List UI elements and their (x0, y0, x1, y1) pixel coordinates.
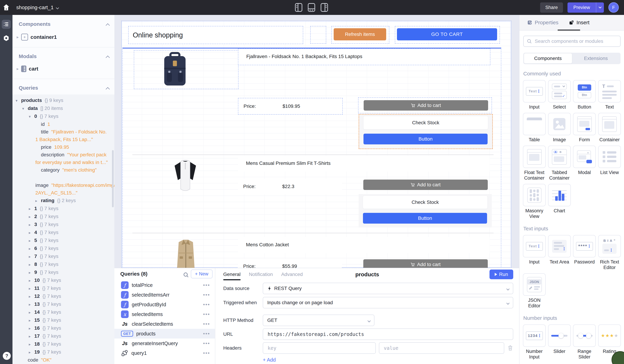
query-menu-icon[interactable]: ••• (203, 350, 210, 356)
tree-caret-icon[interactable]: ▸ (29, 293, 34, 300)
tab-advanced[interactable]: Advanced (281, 272, 303, 277)
http-method-select[interactable]: GET (263, 314, 374, 326)
query-menu-icon[interactable]: ••• (203, 331, 210, 337)
toggle-bottom-panel-icon[interactable] (308, 2, 315, 12)
query-search-icon[interactable] (183, 272, 189, 278)
product-image-frame[interactable] (134, 50, 238, 89)
refresh-items-button[interactable]: Refresh items (334, 28, 386, 40)
component-card[interactable]: TextI Input (523, 80, 545, 110)
tree-caret-icon[interactable]: ▾ (16, 97, 21, 104)
add-to-cart-frame[interactable]: Add to cart (358, 97, 492, 113)
product-title-widget[interactable]: Fjallraven - Foldsack No. 1 Backpack, Fi… (238, 49, 490, 65)
tree-caret-icon[interactable]: ▸ (29, 269, 34, 276)
component-card[interactable]: ****I Password (573, 235, 595, 270)
component-card[interactable]: TextI Input (523, 235, 545, 270)
toggle-right-panel-icon[interactable] (320, 2, 328, 12)
json-tree-row[interactable]: ▸16{} 7 keys (12, 324, 114, 332)
json-tree-row[interactable]: ▸17{} 7 keys (12, 332, 114, 340)
stock-widget-group-selected[interactable]: Check Stock Button (359, 114, 493, 149)
collapse-queries-icon[interactable] (106, 86, 109, 91)
sidebar-item-container1[interactable]: ▸ + container1 (17, 34, 57, 41)
query-menu-icon[interactable]: ••• (203, 340, 210, 346)
components-section-header[interactable]: Components (19, 21, 51, 27)
json-tree-row[interactable]: ▸2{} 7 keys (12, 213, 114, 221)
generic-button[interactable]: Button (363, 213, 487, 224)
tab-notification[interactable]: Notification (249, 272, 273, 277)
user-avatar[interactable]: F (608, 2, 619, 13)
url-input[interactable] (267, 331, 509, 337)
product-price-widget[interactable]: Price: $109.95 (238, 98, 343, 115)
json-tree-row[interactable]: ▸8{} 7 keys (12, 260, 114, 268)
preview-button[interactable]: Preview (568, 2, 596, 13)
home-icon[interactable] (0, 0, 12, 15)
product-title-widget[interactable]: Mens Cotton Jacket (238, 237, 490, 253)
json-tree-row[interactable]: ▸3{} 7 keys (12, 221, 114, 229)
component-card[interactable]: Table (523, 113, 545, 142)
tree-caret-icon[interactable]: ▸ (29, 253, 34, 260)
app-canvas[interactable]: Online shopping Refresh items GO TO CART (121, 21, 511, 268)
header-value-input[interactable] (383, 345, 500, 351)
component-card[interactable]: T Text (598, 80, 621, 110)
query-list-item[interactable]: query1 ••• (114, 348, 215, 358)
product-list-container[interactable]: Fjallraven - Foldsack No. 1 Backpack, Fi… (122, 48, 501, 268)
tree-caret-icon[interactable]: ▸ (29, 333, 34, 340)
tab-properties[interactable]: Properties (527, 20, 558, 26)
product-price-widget[interactable]: Price: $22.3 (238, 179, 342, 194)
json-tree-row[interactable]: ▸14{} 7 keys (12, 308, 114, 316)
title-text-widget[interactable]: Online shopping (128, 26, 303, 44)
collapse-components-icon[interactable] (106, 23, 109, 27)
component-search-input[interactable] (534, 38, 617, 44)
component-card[interactable]: JSON JSON Editor (523, 273, 545, 309)
json-tree-row[interactable]: description"Your perfect pack for everyd… (12, 151, 114, 166)
data-source-select[interactable]: REST Query (263, 283, 513, 294)
query-list-item[interactable]: GET products ••• (114, 329, 215, 338)
query-menu-icon[interactable]: ••• (203, 282, 210, 288)
json-tree-row[interactable]: category"men's clothing" (12, 166, 114, 174)
delete-header-icon[interactable] (507, 345, 513, 351)
tree-caret-icon[interactable]: ▸ (29, 317, 34, 324)
tab-insert[interactable]: Insert (569, 20, 590, 26)
query-menu-icon[interactable]: ••• (203, 311, 210, 317)
json-tree-row[interactable]: ▸5{} 7 keys (12, 236, 114, 245)
modals-section-header[interactable]: Modals (19, 53, 37, 59)
expand-caret-icon[interactable]: ▸ (17, 35, 19, 40)
segment-extensions[interactable]: Extensions (572, 53, 620, 63)
sidebar-scrollbar[interactable] (112, 150, 114, 207)
refresh-widget-frame[interactable]: Refresh items (331, 26, 389, 44)
json-tree-row[interactable]: ▸18{} 7 keys (12, 340, 114, 348)
tree-caret-icon[interactable]: ▸ (29, 309, 34, 316)
query-menu-icon[interactable]: ••• (203, 292, 210, 298)
tree-caret-icon[interactable]: ▾ (29, 113, 34, 120)
tree-caret-icon[interactable]: ▸ (29, 221, 34, 229)
json-tree-row[interactable]: ▸13{} 7 keys (12, 300, 114, 308)
run-query-button[interactable]: Run (490, 269, 513, 279)
json-tree-row[interactable]: ▸11{} 7 keys (12, 285, 114, 292)
component-card[interactable]: Slider (548, 324, 571, 360)
json-tree-row[interactable]: ▸6{} 7 keys (12, 245, 114, 253)
tree-caret-icon[interactable]: ▸ (29, 341, 34, 348)
component-card[interactable]: 1234I Number Input (523, 324, 545, 360)
query-list-item[interactable]: Js generateInsertQuery ••• (114, 338, 215, 348)
tree-caret-icon[interactable]: ▸ (35, 197, 41, 205)
go-to-cart-button[interactable]: GO TO CART (397, 28, 497, 40)
add-to-cart-button[interactable]: Add to cart (363, 259, 488, 268)
json-tree-row[interactable]: ▸9{} 7 keys (12, 268, 114, 276)
json-tree-row[interactable]: ▸7{} 7 keys (12, 253, 114, 260)
json-tree-row[interactable]: image"https://fakestoreapi.com/img/81fPK… (12, 174, 114, 197)
query-list-item[interactable]: ƒ getProductById ••• (114, 300, 215, 310)
tree-caret-icon[interactable]: ▸ (29, 205, 34, 213)
component-card[interactable]: Masonry View (523, 184, 545, 219)
json-tree-row[interactable]: title"Fjallraven - Foldsack No. 1 Backpa… (12, 128, 114, 143)
tree-caret-icon[interactable]: ▸ (29, 325, 34, 332)
component-card[interactable]: BtnBtn Button (573, 80, 595, 110)
component-card[interactable]: I Text Area (548, 235, 571, 270)
check-stock-button[interactable]: Check Stock (363, 196, 487, 209)
product-price-widget[interactable]: Price: $55.99 (238, 259, 342, 268)
cart-widget-frame[interactable]: GO TO CART (395, 26, 500, 44)
tree-caret-icon[interactable]: ▸ (29, 245, 34, 253)
sidebar-item-cart[interactable]: ▸ cart (17, 66, 38, 72)
json-tree-row[interactable]: ▾products{} 9 keys (12, 97, 114, 104)
json-tree-row[interactable]: code"OK" (12, 356, 114, 364)
inspector-icon[interactable] (2, 20, 11, 29)
json-tree-row[interactable]: ▸4{} 7 keys (12, 229, 114, 236)
